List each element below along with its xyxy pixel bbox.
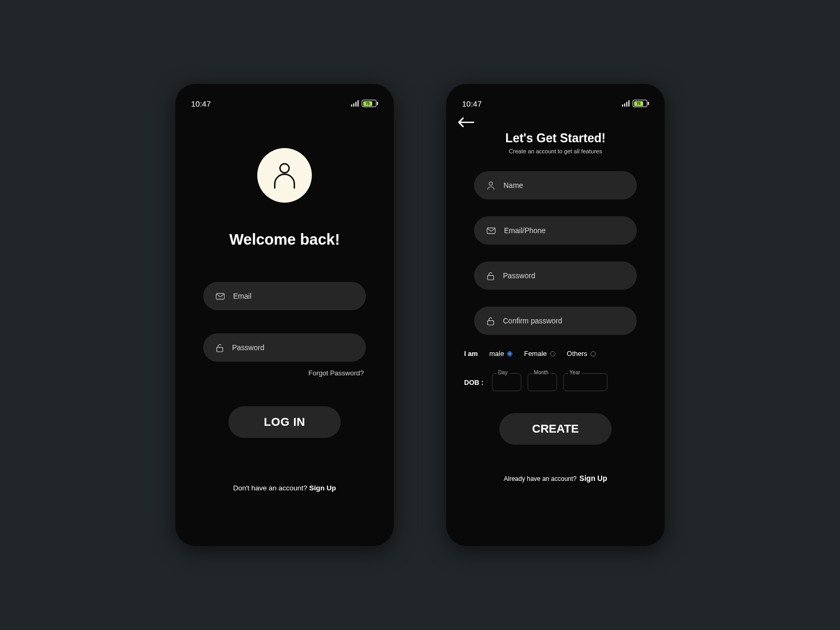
svg-point-0	[280, 164, 289, 173]
svg-rect-4	[487, 228, 495, 234]
mail-icon	[487, 227, 496, 234]
dob-month-label: Month	[532, 370, 550, 375]
name-field-wrapper[interactable]	[474, 171, 637, 200]
lock-open-icon	[487, 271, 495, 280]
password-input[interactable]	[232, 343, 353, 352]
status-time: 10:47	[191, 99, 211, 108]
signal-icon	[622, 100, 630, 107]
status-indicators: 75	[351, 100, 379, 107]
dob-day-input[interactable]	[492, 374, 521, 391]
svg-rect-6	[488, 320, 494, 324]
email-phone-input[interactable]	[504, 226, 624, 235]
password-field-wrapper[interactable]	[203, 333, 366, 362]
signup-link[interactable]: Sign Up	[309, 484, 336, 492]
dob-month-input[interactable]	[528, 374, 556, 391]
battery-icon: 75	[633, 100, 649, 107]
dob-year-input[interactable]	[564, 374, 607, 391]
radio-icon	[507, 351, 512, 356]
radio-icon	[591, 351, 596, 356]
svg-point-3	[489, 182, 492, 185]
login-footer-prompt: Don't have an account?	[233, 484, 307, 492]
confirm-password-input[interactable]	[503, 317, 624, 325]
gender-option-female[interactable]: Female	[524, 350, 555, 358]
dob-label: DOB :	[464, 379, 484, 386]
status-bar: 10:47 75	[190, 97, 379, 110]
welcome-heading: Welcome back!	[229, 231, 340, 248]
dob-month-field[interactable]: Month	[528, 373, 557, 391]
login-footer: Don't have an account? Sign Up	[233, 484, 336, 492]
login-screen: 10:47 75 Welcome back!	[175, 84, 394, 546]
confirm-password-field-wrapper[interactable]	[474, 307, 637, 335]
forgot-password-link[interactable]: Forgot Password?	[309, 369, 364, 377]
email-input[interactable]	[233, 292, 353, 300]
login-content: Welcome back! Forgot Password? LOG IN	[190, 110, 379, 533]
dob-row: DOB : Day Month Year	[461, 373, 650, 391]
gender-female-text: Female	[524, 350, 547, 358]
svg-rect-1	[216, 293, 224, 299]
dob-day-label: Day	[497, 370, 509, 375]
person-icon	[271, 161, 298, 190]
signup-footer-link[interactable]: Sign Up	[580, 474, 607, 482]
signup-screen: 10:47 75 Let's Get Started! Create an ac…	[446, 84, 665, 546]
signup-footer-prompt: Already have an account?	[504, 475, 577, 482]
signup-password-input[interactable]	[503, 271, 624, 280]
gender-row: I am male Female Others	[461, 350, 650, 358]
lock-open-icon	[487, 317, 495, 326]
avatar-placeholder	[257, 148, 312, 203]
mail-icon	[216, 293, 225, 300]
signup-heading: Let's Get Started!	[461, 131, 650, 145]
email-phone-field-wrapper[interactable]	[474, 216, 637, 245]
radio-icon	[550, 351, 555, 356]
dob-day-field[interactable]: Day	[492, 373, 521, 391]
gender-option-male[interactable]: male	[489, 350, 512, 358]
email-field-wrapper[interactable]	[203, 282, 366, 310]
login-button[interactable]: LOG IN	[228, 406, 341, 438]
signup-subheading: Create an account to get all features	[461, 148, 650, 154]
svg-rect-5	[488, 275, 494, 279]
signup-footer: Already have an account? Sign Up	[461, 474, 650, 482]
dob-year-label: Year	[568, 370, 582, 375]
dob-year-field[interactable]: Year	[563, 373, 607, 391]
lock-open-icon	[216, 343, 224, 352]
status-bar: 10:47 75	[461, 97, 650, 110]
gender-option-others[interactable]: Others	[567, 350, 596, 358]
signal-icon	[351, 100, 359, 107]
battery-icon: 75	[362, 100, 378, 107]
status-indicators: 75	[622, 100, 649, 107]
create-button[interactable]: CREATE	[499, 413, 612, 445]
name-input[interactable]	[503, 181, 624, 190]
gender-label: I am	[464, 350, 478, 358]
gender-others-text: Others	[567, 350, 587, 358]
status-time: 10:47	[462, 99, 482, 108]
svg-rect-2	[217, 347, 223, 351]
gender-male-text: male	[489, 350, 504, 358]
person-icon	[487, 181, 495, 190]
signup-password-field-wrapper[interactable]	[474, 261, 637, 290]
back-arrow-icon[interactable]	[457, 117, 475, 128]
